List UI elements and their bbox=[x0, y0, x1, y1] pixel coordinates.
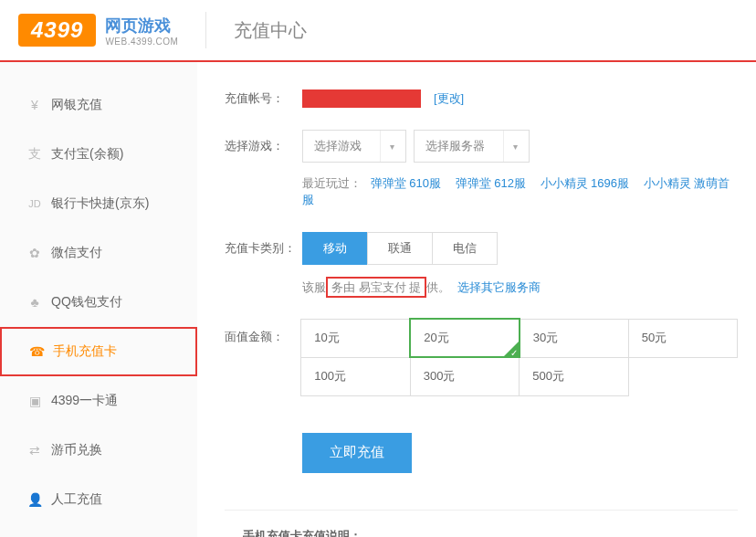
person-icon: 👤 bbox=[27, 492, 42, 507]
sidebar-item-manual[interactable]: 👤人工充值 bbox=[0, 475, 197, 524]
account-label: 充值帐号： bbox=[225, 90, 302, 107]
sidebar-item-label: 游币兑换 bbox=[51, 442, 102, 458]
provider-highlighted: 务由 易宝支付 提 bbox=[326, 277, 426, 298]
provider-row: 该服务由 易宝支付 提供。 选择其它服务商 bbox=[302, 279, 738, 296]
change-account-link[interactable]: [更改] bbox=[434, 90, 464, 107]
recent-game-link[interactable]: 弹弹堂 612服 bbox=[456, 176, 526, 190]
sidebar-item-label: 银行卡快捷(京东) bbox=[51, 195, 149, 212]
amount-option-10[interactable]: 10元 bbox=[301, 319, 410, 357]
amount-option-100[interactable]: 100元 bbox=[301, 357, 410, 395]
tab-mobile[interactable]: 移动 bbox=[302, 232, 368, 265]
amount-label: 面值金额： bbox=[225, 318, 300, 345]
submit-button[interactable]: 立即充值 bbox=[302, 433, 412, 473]
sidebar-item-jd[interactable]: JD银行卡快捷(京东) bbox=[0, 179, 197, 228]
provider-text: 该服 bbox=[302, 280, 326, 294]
sidebar: ¥网银充值 支支付宝(余额) JD银行卡快捷(京东) ✿微信支付 ♣QQ钱包支付… bbox=[0, 62, 197, 537]
sidebar-item-wechat[interactable]: ✿微信支付 bbox=[0, 228, 197, 278]
card-type-tabs: 移动 联通 电信 bbox=[302, 232, 498, 265]
page-title: 充值中心 bbox=[234, 18, 307, 43]
game-select-value: 选择游戏 bbox=[314, 138, 362, 154]
game-row: 选择游戏： 选择游戏 ▾ 选择服务器 ▾ bbox=[225, 130, 738, 163]
server-select[interactable]: 选择服务器 ▾ bbox=[414, 130, 530, 163]
instructions: 手机充值卡充值说明： 1、支持卡种： bbox=[225, 510, 738, 538]
amount-option-500[interactable]: 500元 bbox=[520, 357, 628, 395]
amount-table: 10元 20元 30元 50元 100元 300元 500元 bbox=[300, 318, 738, 396]
recent-game-link[interactable]: 小小精灵 1696服 bbox=[541, 176, 630, 190]
sidebar-item-qq[interactable]: ♣QQ钱包支付 bbox=[0, 278, 197, 327]
instructions-title: 手机充值卡充值说明： bbox=[243, 525, 738, 538]
sidebar-item-alipay[interactable]: 支支付宝(余额) bbox=[0, 130, 197, 179]
sidebar-item-label: 4399一卡通 bbox=[51, 393, 118, 409]
logo-cn: 网页游戏 bbox=[105, 15, 178, 37]
sidebar-item-exchange[interactable]: ⇄游币兑换 bbox=[0, 426, 197, 475]
card-icon: ▣ bbox=[27, 394, 42, 408]
sidebar-item-label: 支付宝(余额) bbox=[51, 146, 123, 163]
wechat-icon: ✿ bbox=[27, 246, 42, 260]
amount-option-50[interactable]: 50元 bbox=[628, 319, 737, 357]
header-divider bbox=[205, 12, 206, 48]
sidebar-item-4399card[interactable]: ▣4399一卡通 bbox=[0, 376, 197, 426]
amount-empty-cell bbox=[628, 357, 737, 395]
logo-text[interactable]: 网页游戏 WEB.4399.COM bbox=[105, 15, 178, 47]
main-content: 充值帐号： [更改] 选择游戏： 选择游戏 ▾ 选择服务器 ▾ 最近玩过： 弹弹… bbox=[197, 62, 756, 537]
phone-icon: ☎ bbox=[29, 344, 44, 359]
sidebar-item-label: QQ钱包支付 bbox=[51, 294, 122, 311]
jd-icon: JD bbox=[27, 196, 42, 211]
qq-icon: ♣ bbox=[27, 295, 42, 310]
sidebar-item-phonecard[interactable]: ☎手机充值卡 bbox=[0, 327, 197, 376]
tab-telecom[interactable]: 电信 bbox=[432, 232, 498, 265]
sidebar-item-bank[interactable]: ¥网银充值 bbox=[0, 80, 197, 130]
recent-game-link[interactable]: 弹弹堂 610服 bbox=[371, 176, 441, 190]
amount-row: 面值金额： 10元 20元 30元 50元 100元 300元 500元 bbox=[225, 318, 738, 396]
amount-option-300[interactable]: 300元 bbox=[410, 357, 519, 395]
amount-option-20[interactable]: 20元 bbox=[410, 319, 519, 357]
exchange-icon: ⇄ bbox=[27, 443, 42, 458]
game-select[interactable]: 选择游戏 ▾ bbox=[302, 130, 406, 163]
card-type-label: 充值卡类别： bbox=[225, 240, 302, 257]
header: 4399 网页游戏 WEB.4399.COM 充值中心 bbox=[0, 0, 756, 62]
server-select-value: 选择服务器 bbox=[425, 138, 485, 154]
sidebar-item-label: 手机充值卡 bbox=[53, 343, 117, 360]
yen-icon: ¥ bbox=[27, 98, 42, 112]
amount-option-30[interactable]: 30元 bbox=[520, 319, 628, 357]
account-value-redacted bbox=[302, 90, 421, 108]
logo-badge[interactable]: 4399 bbox=[18, 14, 96, 47]
chevron-down-icon: ▾ bbox=[503, 131, 518, 162]
sidebar-item-label: 网银充值 bbox=[51, 97, 102, 113]
sidebar-item-label: 微信支付 bbox=[51, 245, 102, 261]
chevron-down-icon: ▾ bbox=[380, 131, 394, 162]
logo-en: WEB.4399.COM bbox=[105, 37, 178, 47]
sidebar-item-label: 人工充值 bbox=[51, 491, 102, 508]
game-label: 选择游戏： bbox=[225, 138, 302, 154]
provider-text: 供。 bbox=[426, 280, 450, 294]
tab-unicom[interactable]: 联通 bbox=[367, 232, 433, 265]
alipay-icon: 支 bbox=[27, 147, 42, 162]
choose-provider-link[interactable]: 选择其它服务商 bbox=[457, 280, 541, 294]
card-type-row: 充值卡类别： 移动 联通 电信 bbox=[225, 232, 738, 265]
recent-row: 最近玩过： 弹弹堂 610服 弹弹堂 612服 小小精灵 1696服 小小精灵 … bbox=[302, 175, 738, 208]
account-row: 充值帐号： [更改] bbox=[225, 90, 738, 108]
recent-label: 最近玩过： bbox=[302, 176, 362, 190]
